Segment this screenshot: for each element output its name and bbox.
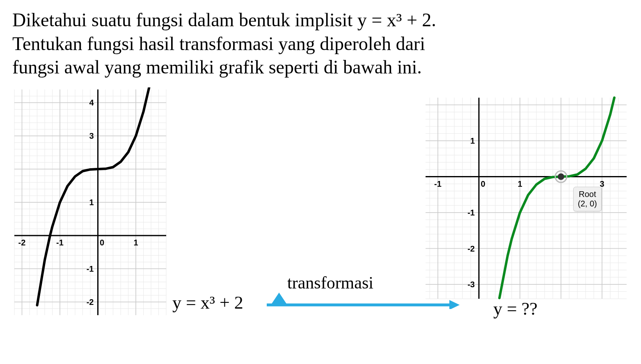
question-line-2: Tentukan fungsi hasil transformasi yang … — [12, 32, 629, 56]
svg-text:0: 0 — [481, 179, 485, 188]
chart-left: -2-101-2-1134 — [12, 87, 168, 317]
svg-text:1: 1 — [517, 179, 522, 188]
svg-text:-1: -1 — [434, 179, 442, 188]
svg-point-153 — [558, 173, 564, 180]
svg-text:-2: -2 — [467, 244, 475, 253]
question-line-3: fungsi awal yang memiliki grafik seperti… — [12, 55, 629, 79]
svg-marker-76 — [271, 293, 287, 305]
svg-text:1: 1 — [89, 198, 94, 207]
chart-right: -1013-3-2-11 Root (2, 0) y = ?? — [424, 96, 629, 317]
question-text: Diketahui suatu fungsi dalam bentuk impl… — [12, 8, 629, 79]
svg-text:-1: -1 — [87, 264, 94, 273]
root-point: (2, 0) — [578, 199, 597, 208]
svg-text:3: 3 — [89, 131, 94, 140]
svg-text:-2: -2 — [87, 297, 94, 306]
svg-text:-3: -3 — [467, 280, 475, 289]
svg-text:-2: -2 — [18, 238, 26, 247]
svg-text:-1: -1 — [467, 208, 475, 217]
svg-text:1: 1 — [470, 136, 475, 145]
svg-text:0: 0 — [100, 238, 104, 247]
root-annotation: Root (2, 0) — [573, 187, 602, 211]
root-title: Root — [578, 190, 597, 199]
question-line-1: Diketahui suatu fungsi dalam bentuk impl… — [12, 8, 629, 32]
svg-text:3: 3 — [600, 179, 604, 188]
svg-text:4: 4 — [89, 98, 94, 107]
equation-end: y = ?? — [493, 298, 538, 319]
svg-text:-1: -1 — [56, 238, 64, 247]
equation-start: y = x³ + 2 — [172, 292, 243, 313]
svg-text:1: 1 — [133, 238, 138, 247]
arrow-section: y = x³ + 2 transformasi — [172, 268, 419, 317]
